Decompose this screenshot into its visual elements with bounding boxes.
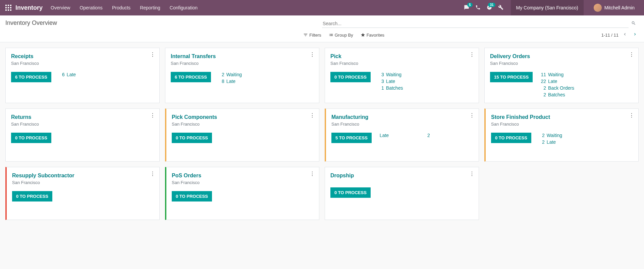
nav-item-reporting[interactable]: Reporting xyxy=(140,5,160,10)
card-subtitle: San Francisco xyxy=(11,122,154,127)
card-subtitle: San Francisco xyxy=(490,61,633,66)
messages-icon[interactable]: 5 xyxy=(464,5,469,11)
pager-prev[interactable] xyxy=(621,31,629,39)
stat-row[interactable]: 22Late xyxy=(541,79,574,84)
pager-next[interactable] xyxy=(631,31,639,39)
card-body: 0 TO PROCESS2Waiting2Late xyxy=(491,133,633,145)
card-body: 0 TO PROCESS xyxy=(330,187,473,198)
stat-row[interactable]: 2Late xyxy=(539,139,562,145)
activities-icon[interactable]: 31 xyxy=(487,5,492,11)
stat-label: Waiting xyxy=(386,72,401,77)
process-button[interactable]: 6 TO PROCESS xyxy=(171,72,211,82)
groupby-button[interactable]: Group By xyxy=(329,33,353,38)
pager-value[interactable]: 1-11 / 11 xyxy=(601,33,619,38)
card-title[interactable]: Pick xyxy=(330,53,473,59)
search-button[interactable] xyxy=(629,19,639,28)
stat-count: 3 xyxy=(379,72,384,77)
search-input[interactable] xyxy=(322,19,629,28)
stat-row[interactable]: 2Waiting xyxy=(219,72,242,77)
stat-row[interactable]: 2Back Orders xyxy=(541,85,574,91)
messages-badge: 5 xyxy=(467,3,473,7)
phone-icon[interactable] xyxy=(475,5,481,11)
stat-row[interactable]: 11Waiting xyxy=(541,72,574,77)
process-button[interactable]: 15 TO PROCESS xyxy=(490,72,533,82)
stat-label: Waiting xyxy=(548,72,564,77)
card-title[interactable]: Manufacturing xyxy=(331,114,473,120)
app-brand[interactable]: Inventory xyxy=(15,4,43,11)
card-menu-icon[interactable]: ⋮ xyxy=(310,171,315,177)
card-menu-icon[interactable]: ⋮ xyxy=(469,113,475,118)
debug-icon[interactable] xyxy=(498,5,503,11)
nav-item-operations[interactable]: Operations xyxy=(79,5,102,10)
stat-label: Batches xyxy=(386,85,403,91)
process-button[interactable]: 6 TO PROCESS xyxy=(11,72,51,82)
card-menu-icon[interactable]: ⋮ xyxy=(150,171,155,177)
nav-item-configuration[interactable]: Configuration xyxy=(170,5,198,10)
list-icon xyxy=(329,33,333,37)
card-menu-icon[interactable]: ⋮ xyxy=(150,113,155,118)
stat-row[interactable]: 3Late xyxy=(379,79,403,84)
card-title[interactable]: Resupply Subcontractor xyxy=(12,173,154,179)
nav-item-overview[interactable]: Overview xyxy=(51,5,70,10)
card-menu-icon[interactable]: ⋮ xyxy=(629,52,634,57)
card-menu-icon[interactable]: ⋮ xyxy=(310,52,315,57)
card-title[interactable]: Dropship xyxy=(330,173,473,179)
kanban-card: ⋮PoS OrdersSan Francisco0 TO PROCESS xyxy=(165,167,319,220)
process-button[interactable]: 5 TO PROCESS xyxy=(331,133,372,143)
nav-item-products[interactable]: Products xyxy=(112,5,130,10)
activities-badge: 31 xyxy=(488,3,495,7)
top-nav: Inventory Overview Operations Products R… xyxy=(0,0,644,15)
control-panel: Inventory Overview Filters Group By Favo… xyxy=(0,15,644,42)
card-menu-icon[interactable]: ⋮ xyxy=(150,52,155,57)
card-title[interactable]: Delivery Orders xyxy=(490,53,633,59)
card-title[interactable]: Store Finished Product xyxy=(491,114,633,120)
card-title[interactable]: Receipts xyxy=(11,53,154,59)
card-menu-icon[interactable]: ⋮ xyxy=(310,113,315,118)
card-body: 0 TO PROCESS3Waiting3Late1Batches xyxy=(330,72,473,91)
card-body: 0 TO PROCESS xyxy=(172,133,314,143)
card-menu-icon[interactable]: ⋮ xyxy=(469,52,475,57)
stat-count: 2 xyxy=(219,72,224,77)
company-switcher[interactable]: My Company (San Francisco) xyxy=(511,0,584,15)
stat-label: Late xyxy=(548,79,557,84)
process-button[interactable]: 0 TO PROCESS xyxy=(12,191,52,201)
page-title: Inventory Overview xyxy=(5,19,322,27)
process-button[interactable]: 0 TO PROCESS xyxy=(172,133,212,143)
card-body: 6 TO PROCESS6Late xyxy=(11,72,154,82)
process-button[interactable]: 0 TO PROCESS xyxy=(330,187,371,198)
card-title[interactable]: Internal Transfers xyxy=(171,53,314,59)
card-menu-icon[interactable]: ⋮ xyxy=(469,171,475,177)
stat-label: Late xyxy=(386,79,395,84)
process-button[interactable]: 0 TO PROCESS xyxy=(491,133,531,143)
card-body: 0 TO PROCESS xyxy=(12,191,154,201)
kanban-card: ⋮Delivery OrdersSan Francisco15 TO PROCE… xyxy=(484,48,639,103)
star-icon xyxy=(361,33,365,37)
card-title[interactable]: PoS Orders xyxy=(172,173,314,179)
card-menu-icon[interactable]: ⋮ xyxy=(629,113,634,118)
stat-row[interactable]: 6Late xyxy=(59,72,76,77)
user-menu[interactable]: Mitchell Admin xyxy=(590,0,639,15)
card-body: 0 TO PROCESS xyxy=(172,191,314,201)
stat-row[interactable]: 2Waiting xyxy=(539,133,562,138)
stat-row[interactable]: 8Late xyxy=(219,79,242,84)
nav-menu: Overview Operations Products Reporting C… xyxy=(51,5,464,10)
apps-icon[interactable] xyxy=(5,5,11,11)
stat-row[interactable]: 1Batches xyxy=(379,85,403,91)
stat-count: 2 xyxy=(541,92,546,97)
kanban-card: ⋮ReceiptsSan Francisco6 TO PROCESS6Late xyxy=(5,48,160,103)
stat-row[interactable]: 2Batches xyxy=(541,92,574,97)
process-button[interactable]: 0 TO PROCESS xyxy=(172,191,212,201)
search-icon xyxy=(631,21,636,26)
favorites-button[interactable]: Favorites xyxy=(361,33,384,38)
process-button[interactable]: 0 TO PROCESS xyxy=(330,72,371,82)
process-button[interactable]: 0 TO PROCESS xyxy=(11,133,51,143)
card-body: 15 TO PROCESS11Waiting22Late2Back Orders… xyxy=(490,72,633,97)
stat-row[interactable]: 3Waiting xyxy=(379,72,403,77)
stat-row[interactable]: Late2 xyxy=(380,133,430,138)
card-body: 5 TO PROCESSLate2 xyxy=(331,133,473,143)
card-body: 0 TO PROCESS xyxy=(11,133,154,143)
card-title[interactable]: Pick Components xyxy=(172,114,314,120)
card-body: 6 TO PROCESS2Waiting8Late xyxy=(171,72,314,84)
filters-button[interactable]: Filters xyxy=(303,33,321,38)
card-title[interactable]: Returns xyxy=(11,114,154,120)
